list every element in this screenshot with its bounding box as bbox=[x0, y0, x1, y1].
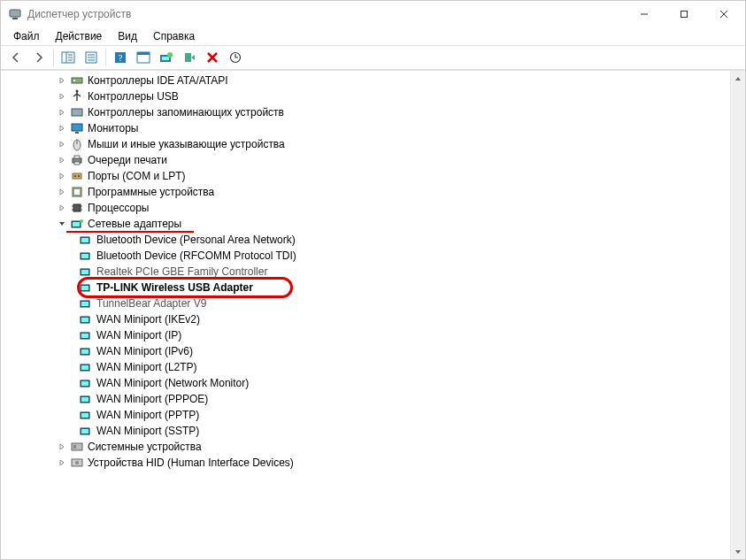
network-adapter-icon bbox=[79, 424, 93, 438]
chevron-right-icon[interactable] bbox=[56, 106, 68, 119]
chevron-right-icon[interactable] bbox=[56, 441, 68, 453]
tree-label: TunnelBear Adapter V9 bbox=[96, 297, 206, 310]
svg-point-40 bbox=[78, 175, 80, 177]
tree-item[interactable]: WAN Miniport (Network Monitor) bbox=[3, 375, 745, 391]
chevron-down-icon[interactable] bbox=[56, 218, 68, 230]
tree-item[interactable]: WAN Miniport (PPTP) bbox=[3, 407, 745, 423]
tree-label: WAN Miniport (SSTP) bbox=[96, 425, 199, 437]
chevron-right-icon[interactable] bbox=[56, 154, 68, 166]
tree-item[interactable]: Realtek PCIe GBE Family Controller bbox=[3, 264, 745, 280]
storage-controller-icon bbox=[70, 105, 84, 119]
usb-controller-icon bbox=[70, 89, 84, 104]
tree-category[interactable]: Контроллеры IDE ATA/ATAPI bbox=[3, 73, 745, 88]
vertical-scrollbar[interactable] bbox=[730, 71, 745, 559]
svg-rect-78 bbox=[73, 445, 76, 449]
tree-label: Мыши и иные указывающие устройства bbox=[88, 138, 285, 150]
chevron-right-icon[interactable] bbox=[56, 202, 68, 214]
tree-item[interactable]: WAN Miniport (L2TP) bbox=[3, 359, 745, 375]
scan-hardware-button[interactable] bbox=[225, 47, 246, 68]
properties-button[interactable] bbox=[81, 47, 102, 68]
tree-category[interactable]: Очереди печати bbox=[3, 152, 745, 168]
tree-item[interactable]: WAN Miniport (SSTP) bbox=[3, 423, 745, 439]
svg-rect-0 bbox=[10, 10, 20, 17]
tree-item[interactable]: WAN Miniport (PPPOE) bbox=[3, 391, 745, 407]
svg-rect-68 bbox=[81, 365, 88, 370]
svg-rect-20 bbox=[162, 57, 169, 60]
back-button[interactable] bbox=[5, 47, 27, 68]
tree-item[interactable]: Bluetooth Device (Personal Area Network) bbox=[3, 232, 745, 248]
close-button[interactable] bbox=[704, 2, 743, 27]
chevron-right-icon[interactable] bbox=[56, 122, 68, 134]
menu-help[interactable]: Справка bbox=[146, 28, 202, 44]
show-hide-tree-button[interactable] bbox=[58, 47, 79, 68]
scroll-down-icon[interactable] bbox=[731, 544, 745, 559]
chevron-right-icon[interactable] bbox=[56, 186, 68, 198]
tree-category[interactable]: Программные устройства bbox=[3, 184, 745, 200]
tree-item-tplink[interactable]: TP-LINK Wireless USB Adapter bbox=[3, 280, 745, 295]
svg-rect-62 bbox=[81, 318, 88, 322]
tree-category[interactable]: Контроллеры USB bbox=[3, 88, 745, 104]
tree-category[interactable]: Контроллеры запоминающих устройств bbox=[3, 104, 745, 120]
tree-item[interactable]: WAN Miniport (IP) bbox=[3, 327, 745, 343]
svg-rect-27 bbox=[73, 80, 75, 81]
minimize-button[interactable] bbox=[624, 2, 664, 27]
printer-icon bbox=[70, 153, 84, 167]
tree-category-network[interactable]: Сетевые адаптеры bbox=[3, 216, 745, 232]
svg-rect-37 bbox=[74, 162, 80, 165]
tree-item[interactable]: WAN Miniport (IPv6) bbox=[3, 343, 745, 359]
tree-label: Bluetooth Device (RFCOMM Protocol TDI) bbox=[96, 249, 296, 262]
cpu-icon bbox=[70, 201, 84, 215]
tree-category[interactable]: Мониторы bbox=[3, 120, 745, 136]
maximize-button[interactable] bbox=[664, 2, 704, 27]
update-driver-button[interactable] bbox=[156, 47, 177, 68]
svg-rect-60 bbox=[81, 302, 88, 306]
network-adapter-icon bbox=[79, 233, 93, 247]
svg-rect-52 bbox=[81, 238, 88, 242]
tree-category[interactable]: Мыши и иные указывающие устройства bbox=[3, 136, 745, 152]
app-icon bbox=[8, 7, 22, 21]
tree-item[interactable]: Bluetooth Device (RFCOMM Protocol TDI) bbox=[3, 248, 745, 264]
svg-rect-42 bbox=[74, 189, 80, 195]
enable-device-button[interactable] bbox=[179, 47, 200, 68]
svg-rect-3 bbox=[681, 12, 687, 18]
tree-item[interactable]: TunnelBear Adapter V9 bbox=[3, 295, 745, 311]
tree-label: Контроллеры USB bbox=[88, 90, 179, 103]
view-details-button[interactable] bbox=[133, 47, 154, 68]
network-adapter-icon bbox=[79, 265, 93, 279]
scroll-track[interactable] bbox=[731, 86, 745, 544]
content-area: Контроллеры IDE ATA/ATAPI Контроллеры US… bbox=[1, 70, 745, 559]
chevron-right-icon[interactable] bbox=[56, 138, 68, 150]
menu-action[interactable]: Действие bbox=[49, 28, 110, 44]
chevron-right-icon[interactable] bbox=[56, 170, 68, 182]
tree-label: Мониторы bbox=[88, 122, 138, 134]
tree-category[interactable]: Порты (COM и LPT) bbox=[3, 168, 745, 184]
chevron-right-icon[interactable] bbox=[56, 74, 68, 87]
tree-label: Сетевые адаптеры bbox=[88, 218, 181, 230]
network-adapter-icon bbox=[79, 344, 93, 358]
chevron-right-icon[interactable] bbox=[56, 90, 68, 103]
window-title: Диспетчер устройств bbox=[27, 8, 624, 20]
tree-label: WAN Miniport (L2TP) bbox=[96, 361, 197, 373]
tree-label: Bluetooth Device (Personal Area Network) bbox=[96, 234, 296, 246]
tree-label: Процессоры bbox=[88, 202, 150, 214]
svg-rect-58 bbox=[81, 286, 88, 290]
forward-button[interactable] bbox=[28, 47, 50, 68]
ide-controller-icon bbox=[70, 73, 84, 88]
tree-category[interactable]: Процессоры bbox=[3, 200, 745, 216]
svg-rect-43 bbox=[73, 204, 81, 211]
tree-category[interactable]: Системные устройства bbox=[3, 439, 745, 455]
help-button[interactable]: ? bbox=[110, 47, 131, 68]
tree-item[interactable]: WAN Miniport (IKEv2) bbox=[3, 311, 745, 327]
menu-file[interactable]: Файл bbox=[6, 28, 47, 44]
svg-rect-31 bbox=[72, 124, 82, 131]
menu-view[interactable]: Вид bbox=[111, 28, 144, 44]
tree-label: Контроллеры запоминающих устройств bbox=[88, 106, 284, 119]
chevron-right-icon[interactable] bbox=[56, 456, 68, 469]
svg-rect-70 bbox=[81, 381, 88, 386]
scroll-up-icon[interactable] bbox=[731, 71, 745, 86]
uninstall-device-button[interactable] bbox=[202, 47, 223, 68]
tree-category[interactable]: Устройства HID (Human Interface Devices) bbox=[3, 455, 745, 471]
svg-rect-66 bbox=[81, 349, 88, 354]
network-adapter-icon bbox=[79, 392, 93, 406]
device-tree[interactable]: Контроллеры IDE ATA/ATAPI Контроллеры US… bbox=[1, 71, 745, 559]
